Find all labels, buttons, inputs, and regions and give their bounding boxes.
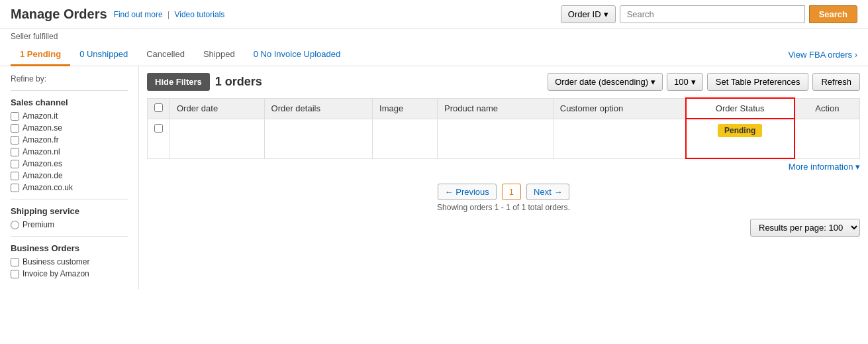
search-input[interactable] — [620, 5, 805, 23]
orders-count: 1 orders — [215, 75, 262, 89]
more-information-button[interactable]: More information ▾ — [789, 162, 860, 172]
page-title: Manage Orders — [11, 7, 107, 22]
per-page-dropdown[interactable]: 100 ▾ — [667, 73, 703, 91]
row-order-date — [170, 119, 265, 158]
sidebar-item-amazon-fr[interactable]: Amazon.fr — [11, 135, 128, 144]
toolbar: Hide Filters 1 orders Order date (descen… — [147, 73, 860, 91]
sidebar-item-invoice-by-amazon[interactable]: Invoice by Amazon — [11, 269, 128, 278]
amazon-nl-label: Amazon.nl — [23, 147, 60, 156]
order-id-dropdown[interactable]: Order ID ▾ — [561, 5, 616, 23]
amazon-es-label: Amazon.es — [23, 159, 62, 168]
order-date-header: Order date — [170, 98, 265, 119]
amazon-de-label: Amazon.de — [23, 171, 63, 180]
pending-badge: Pending — [718, 124, 762, 137]
action-header: Action — [795, 98, 860, 119]
sub-header: Seller fulfilled — [0, 29, 868, 44]
sidebar-item-amazon-se[interactable]: Amazon.se — [11, 123, 128, 133]
checkbox-amazon-se[interactable] — [11, 124, 19, 133]
checkbox-invoice-by-amazon[interactable] — [11, 270, 19, 278]
shipping-service-title: Shipping service — [11, 206, 128, 216]
amazon-fr-label: Amazon.fr — [23, 135, 59, 144]
separator: | — [168, 10, 169, 19]
set-table-preferences-button[interactable]: Set Table Preferences — [707, 73, 809, 91]
hide-filters-button[interactable]: Hide Filters — [147, 73, 210, 91]
pagination: ← Previous 1 Next → — [147, 184, 860, 200]
sort-chevron-icon: ▾ — [651, 77, 655, 87]
tab-cancelled[interactable]: Cancelled — [137, 44, 194, 66]
results-per-page-row: Results per page: 100 — [147, 219, 860, 237]
checkbox-amazon-it[interactable] — [11, 112, 19, 121]
row-customer-option — [553, 119, 685, 158]
sidebar-item-amazon-de[interactable]: Amazon.de — [11, 171, 128, 180]
sort-label: Order date (descending) — [555, 77, 648, 87]
refine-by-label: Refine by: — [11, 74, 128, 84]
find-out-more-link[interactable]: Find out more — [114, 10, 163, 19]
invoice-by-amazon-label: Invoice by Amazon — [23, 269, 89, 278]
radio-premium[interactable] — [11, 221, 19, 229]
order-details-header: Order details — [264, 98, 373, 119]
video-tutorials-link[interactable]: Video tutorials — [174, 10, 224, 19]
tab-no-invoice[interactable]: 0 No Invoice Uploaded — [244, 44, 350, 66]
sidebar-item-premium[interactable]: Premium — [11, 220, 128, 229]
per-page-label: 100 — [674, 77, 689, 87]
header: Manage Orders Find out more | Video tuto… — [0, 0, 868, 29]
seller-fulfilled-label: Seller fulfilled — [11, 32, 58, 41]
main-layout: Refine by: Sales channel Amazon.it Amazo… — [0, 66, 868, 289]
row-order-details — [264, 119, 373, 158]
next-page-button[interactable]: Next → — [526, 184, 569, 200]
results-per-page-select[interactable]: Results per page: 100 — [750, 219, 860, 237]
per-page-chevron-icon: ▾ — [691, 77, 696, 87]
order-status-header: Order Status — [686, 98, 795, 119]
product-name-header: Product name — [438, 98, 554, 119]
orders-table: Order date Order details Image Product n… — [147, 97, 860, 159]
sidebar-item-business-customer[interactable]: Business customer — [11, 257, 128, 266]
premium-label: Premium — [23, 220, 54, 229]
checkbox-amazon-fr[interactable] — [11, 136, 19, 144]
amazon-it-label: Amazon.it — [23, 111, 58, 121]
sidebar-item-amazon-nl[interactable]: Amazon.nl — [11, 147, 128, 156]
previous-page-button[interactable]: ← Previous — [438, 184, 497, 200]
checkbox-amazon-nl[interactable] — [11, 148, 19, 156]
more-info-row: More information ▾ — [147, 159, 860, 174]
row-checkbox[interactable] — [154, 124, 163, 133]
view-fba-link[interactable]: View FBA orders › — [788, 50, 857, 60]
tab-pending[interactable]: 1 Pending — [11, 44, 70, 66]
chevron-down-icon: ▾ — [604, 9, 608, 19]
refresh-button[interactable]: Refresh — [812, 73, 860, 91]
row-order-status: Pending — [686, 119, 795, 158]
customer-option-header: Customer option — [553, 98, 685, 119]
pagination-info: Showing orders 1 - 1 of 1 total orders. — [147, 203, 860, 212]
checkbox-amazon-es[interactable] — [11, 160, 19, 168]
row-image — [373, 119, 438, 158]
sidebar-item-amazon-es[interactable]: Amazon.es — [11, 159, 128, 168]
amazon-couk-label: Amazon.co.uk — [23, 183, 73, 192]
toolbar-right: Order date (descending) ▾ 100 ▾ Set Tabl… — [548, 73, 860, 91]
business-customer-label: Business customer — [23, 257, 89, 266]
search-button[interactable]: Search — [809, 5, 857, 23]
sidebar-item-amazon-couk[interactable]: Amazon.co.uk — [11, 183, 128, 192]
row-product-name — [438, 119, 554, 158]
sidebar: Refine by: Sales channel Amazon.it Amazo… — [0, 66, 139, 289]
checkbox-business-customer[interactable] — [11, 258, 19, 266]
table-row: Pending — [148, 119, 860, 158]
tab-shipped[interactable]: Shipped — [194, 44, 244, 66]
content-area: Hide Filters 1 orders Order date (descen… — [139, 66, 868, 289]
current-page: 1 — [502, 184, 521, 200]
tab-unshipped[interactable]: 0 Unshipped — [70, 44, 137, 66]
sidebar-item-amazon-it[interactable]: Amazon.it — [11, 111, 128, 121]
tabs-bar: 1 Pending 0 Unshipped Cancelled Shipped … — [0, 44, 868, 66]
business-orders-title: Business Orders — [11, 243, 128, 253]
checkbox-amazon-de[interactable] — [11, 172, 19, 180]
row-select-cell[interactable] — [148, 119, 170, 158]
sales-channel-title: Sales channel — [11, 97, 128, 107]
select-all-header[interactable] — [148, 98, 170, 119]
row-action — [795, 119, 860, 158]
amazon-se-label: Amazon.se — [23, 123, 62, 133]
sort-dropdown[interactable]: Order date (descending) ▾ — [548, 73, 663, 91]
select-all-checkbox[interactable] — [154, 103, 163, 112]
image-header: Image — [373, 98, 438, 119]
checkbox-amazon-couk[interactable] — [11, 184, 19, 192]
header-links: Find out more | Video tutorials — [114, 10, 225, 19]
header-search: Order ID ▾ Search — [561, 5, 857, 23]
